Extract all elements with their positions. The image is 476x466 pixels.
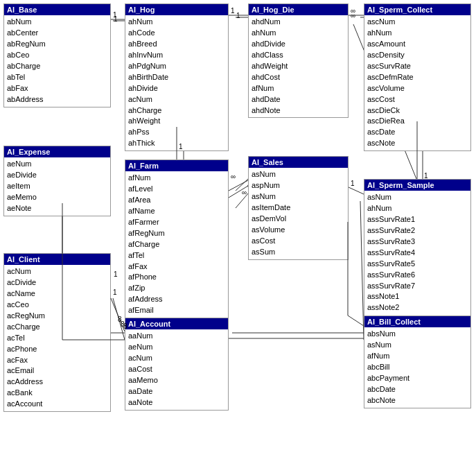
rel-hogdie-sperm: ∞ (351, 12, 355, 19)
field-ascDieRea: ascDieRea (367, 116, 468, 127)
field-abCenter: abCenter (7, 28, 107, 39)
entity-header-ai-base: AI_Base (4, 4, 110, 15)
field-ahdCost: ahdCost (252, 72, 345, 83)
field-acNum: acNum (7, 266, 107, 277)
field-afName: afName (128, 206, 225, 217)
entity-header-ai-hog: AI_Hog (125, 4, 228, 15)
diagram-container: 1 1 ∞ 1 8 8 ∞ ∞ 1 AI_Base abNum abCenter… (0, 0, 476, 466)
field-asNum-bill: asNum (367, 340, 468, 351)
entity-ai-sperm-collect: AI_Sperm_Collect ascNum ahNum ascAmount … (364, 3, 471, 151)
svg-text:∞: ∞ (231, 173, 236, 180)
field-aeItem: aeItem (7, 181, 107, 192)
field-asItemDate: asItemDate (252, 202, 345, 214)
field-assSurvRate2: assSurvRate2 (367, 225, 468, 236)
field-ahdWeight: ahdWeight (252, 61, 345, 72)
entity-ai-client: AI_Client acNum acDivide acName acCeo ac… (3, 253, 111, 412)
field-afEmail: afEmail (128, 305, 225, 316)
field-abCharge: abCharge (7, 61, 107, 72)
field-afFax: afFax (128, 261, 225, 273)
field-acNum-hog: acNum (128, 94, 225, 105)
svg-text:1: 1 (231, 7, 235, 15)
entity-header-ai-account: AI_Account (125, 318, 228, 329)
field-ascDieCk: ascDieCk (367, 105, 468, 116)
entity-fields-ai-farm: afNum afLevel afArea afName afFarmer afR… (125, 171, 228, 318)
entity-header-ai-sperm-sample: AI_Sperm_Sample (364, 180, 470, 191)
field-abcNote: abcNote (367, 395, 468, 406)
entity-ai-hog: AI_Hog ahNum ahCode ahBreed ahInvNum ahP… (125, 3, 229, 151)
field-afNum-hogdie: afNum (252, 83, 345, 94)
field-aaNum: aaNum (128, 331, 225, 342)
entity-ai-farm: AI_Farm afNum afLevel afArea afName afFa… (125, 159, 229, 318)
field-ahWeight: ahWeight (128, 116, 225, 127)
field-acCharge: acCharge (7, 322, 107, 333)
entity-header-ai-expense: AI_Expense (4, 146, 110, 157)
field-ascAmount: ascAmount (367, 39, 468, 50)
entity-header-ai-farm: AI_Farm (125, 160, 228, 171)
entity-fields-ai-sperm-collect: ascNum ahNum ascAmount ascDensity ascSur… (364, 15, 470, 150)
field-ascDefmRate: ascDefmRate (367, 72, 468, 83)
field-abAddress: abAddress (7, 94, 107, 105)
field-afAddress: afAddress (128, 294, 225, 305)
field-asNum2: asNum (252, 191, 345, 202)
field-abTel: abTel (7, 72, 107, 83)
field-ahBreed: ahBreed (128, 39, 225, 50)
field-ahNum: ahNum (128, 17, 225, 28)
field-ahdNote: ahdNote (252, 105, 345, 116)
entity-fields-ai-client: acNum acDivide acName acCeo acRegNum acC… (4, 265, 110, 411)
entity-fields-ai-expense: aeNum aeDivide aeItem aeMemo aeNote (4, 157, 110, 216)
field-acName: acName (7, 288, 107, 300)
field-aspNum: aspNum (252, 180, 345, 191)
field-acFax: acFax (7, 355, 107, 366)
field-aaMemo: aaMemo (128, 375, 225, 386)
entity-ai-sperm-sample: AI_Sperm_Sample asNum ahNum assSurvRate1… (364, 179, 471, 327)
field-aeNum: aeNum (7, 159, 107, 170)
rel-hog-hogdie: 1 (236, 12, 240, 19)
field-acBank: acBank (7, 388, 107, 399)
entity-fields-ai-hog: ahNum ahCode ahBreed ahInvNum ahPdgNum a… (125, 15, 228, 150)
svg-line-36 (348, 316, 364, 326)
entity-fields-ai-base: abNum abCenter abRegNum abCeo abCharge a… (4, 15, 110, 107)
field-afNum: afNum (128, 173, 225, 184)
field-aaDate: aaDate (128, 386, 225, 397)
field-ahNum-sample: ahNum (367, 203, 468, 214)
field-asSum: asSum (252, 247, 345, 258)
field-asNum-sample: asNum (367, 192, 468, 203)
field-ahdClass: ahdClass (252, 50, 345, 61)
entity-ai-sales: AI_Sales asNum aspNum asNum asItemDate a… (248, 156, 349, 260)
field-ascNum: ascNum (367, 17, 468, 28)
field-ascSurvRate: ascSurvRate (367, 61, 468, 72)
field-aeNote: aeNote (7, 203, 107, 214)
field-ahThick: ahThick (128, 138, 225, 149)
field-ahNum-sperm: ahNum (367, 28, 468, 39)
entity-header-ai-bill-collect: AI_Bill_Collect (364, 316, 470, 327)
field-asVolume: asVolume (252, 225, 345, 236)
field-ahInvNum: ahInvNum (128, 50, 225, 61)
entity-ai-hog-die: AI_Hog_Die ahdNum ahNum ahdDivide ahdCla… (248, 3, 349, 118)
field-ahNum-hogdie: ahNum (252, 28, 345, 39)
svg-line-6 (113, 298, 125, 340)
svg-text:1: 1 (351, 180, 355, 187)
entity-ai-account: AI_Account aaNum aeNum acNum aaCost aaMe… (125, 318, 229, 411)
field-asCost: asCost (252, 236, 345, 247)
field-acDivide: acDivide (7, 277, 107, 288)
field-abcDate: abcDate (367, 384, 468, 395)
field-afNum-bill: afNum (367, 351, 468, 362)
field-ahCode: ahCode (128, 28, 225, 39)
field-afZip: afZip (128, 283, 225, 294)
field-aeNum-account: aeNum (128, 342, 225, 353)
field-ahBirthDate: ahBirthDate (128, 72, 225, 83)
field-assNote1: assNote1 (367, 291, 468, 302)
field-aeDivide: aeDivide (7, 170, 107, 181)
entity-ai-base: AI_Base abNum abCenter abRegNum abCeo ab… (3, 3, 111, 107)
field-acCeo: acCeo (7, 300, 107, 311)
field-acEmail: acEmail (7, 365, 107, 377)
field-ahdNum: ahdNum (252, 17, 345, 28)
field-acPhone: acPhone (7, 344, 107, 355)
field-afCharge: afCharge (128, 239, 225, 250)
field-abcBill: abcBill (367, 362, 468, 373)
entity-fields-ai-hog-die: ahdNum ahNum ahdDivide ahdClass ahdWeigh… (249, 15, 348, 117)
field-abFax: abFax (7, 83, 107, 94)
field-afPhone: afPhone (128, 272, 225, 283)
field-abNum: abNum (7, 17, 107, 28)
field-ascDate: ascDate (367, 127, 468, 138)
